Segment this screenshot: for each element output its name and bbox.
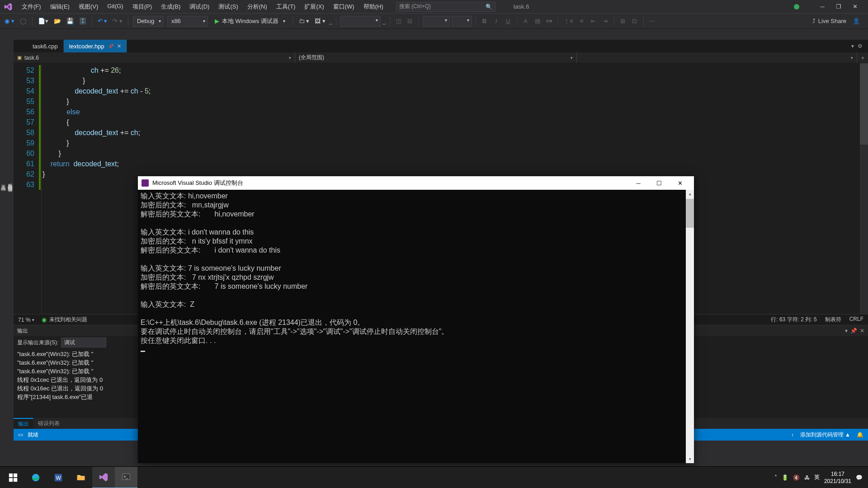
open-button[interactable]: 📂 (52, 16, 63, 26)
tab-task6cpp[interactable]: task6.cpp (27, 40, 64, 52)
underline-button[interactable]: U (503, 16, 513, 26)
taskbar-console[interactable]: >_ (115, 467, 137, 488)
tray-overflow-icon[interactable]: ˄ (774, 474, 777, 481)
scroll-thumb[interactable] (686, 199, 694, 228)
empty-sel2[interactable] (423, 16, 450, 27)
config-select[interactable]: Debug (133, 16, 164, 27)
tray-ime[interactable]: 英 (814, 474, 820, 481)
menu-tools[interactable]: 工具(T) (273, 1, 299, 13)
empty-selector[interactable] (340, 16, 381, 27)
restore-button[interactable]: ❐ (835, 3, 843, 11)
start-button[interactable] (2, 467, 24, 488)
feedback-icon[interactable]: 👤 (853, 18, 860, 24)
tray-clock[interactable]: 16:17 2021/10/31 (824, 470, 851, 485)
platform-select[interactable]: x86 (167, 16, 208, 27)
outdent-button[interactable]: ⇤ (589, 16, 599, 26)
toolbar-btn-b[interactable]: 🖼 ▾ (313, 16, 327, 26)
highlight-button[interactable]: ▤ (533, 16, 542, 26)
menu-view[interactable]: 视图(V) (75, 1, 102, 13)
nav-member[interactable] (577, 52, 857, 63)
italic-button[interactable]: I (491, 16, 501, 26)
undo-button[interactable]: ↶ ▾ (96, 16, 109, 26)
new-project-button[interactable]: 📄▾ (36, 16, 50, 26)
taskbar-explorer[interactable] (70, 467, 92, 488)
console-body[interactable]: 输入英文文本: hi,november 加密后的文本: mn,stajrgjw … (138, 190, 694, 463)
menu-project[interactable]: 项目(P) (129, 1, 156, 13)
split-h-icon[interactable]: ◫ (394, 16, 404, 26)
taskbar-visualstudio[interactable] (92, 467, 115, 488)
menu-test[interactable]: 测试(S) (215, 1, 241, 13)
menu-help[interactable]: 帮助(H) (360, 1, 387, 13)
output-source-select[interactable]: 调试 (61, 338, 106, 347)
nav-add-icon[interactable]: ＋ (857, 52, 868, 63)
editor-scrollbar[interactable] (860, 63, 868, 314)
console-titlebar[interactable]: Microsoft Visual Studio 调试控制台 ─ ☐ ✕ (138, 176, 694, 190)
indent-mode[interactable]: 制表符 (825, 316, 841, 324)
nav-forward-button[interactable]: ◯ (18, 16, 28, 26)
pin-icon[interactable]: 📌 (108, 44, 113, 49)
tray-battery-icon[interactable]: 🔋 (782, 474, 788, 481)
minimize-button[interactable]: ─ (818, 3, 826, 11)
console-maximize-button[interactable]: ☐ (649, 176, 670, 190)
misc1-button[interactable]: ⊞ (618, 16, 628, 26)
misc2-button[interactable]: ⊡ (630, 16, 640, 26)
menu-build[interactable]: 生成(B) (157, 1, 184, 13)
menu-file[interactable]: 文件(F) (18, 1, 45, 13)
menu-edit[interactable]: 编辑(E) (47, 1, 73, 13)
console-scrollbar[interactable]: ▴ ▾ (686, 190, 694, 463)
eol-mode[interactable]: CRLF (849, 316, 863, 324)
taskbar-word[interactable]: W (47, 467, 70, 488)
liveshare-button[interactable]: ⤴ Live Share (810, 17, 849, 25)
nav-left[interactable]: ▣ task.6 (14, 52, 295, 63)
empty-sel3[interactable] (452, 16, 472, 27)
menu-git[interactable]: Git(G) (104, 1, 127, 13)
redo-button[interactable]: ↷ ▾ (111, 16, 124, 26)
misc3-button[interactable]: ⋯ (647, 16, 657, 26)
toolbar-btn-a[interactable]: 🗀 ▾ (297, 16, 311, 26)
nav-back-button[interactable]: ◉ ▾ (3, 16, 16, 26)
console-close-button[interactable]: ✕ (670, 176, 690, 190)
tabbar-overflow-icon[interactable]: ▾ (851, 43, 854, 49)
notifications-icon[interactable]: 🔔 (857, 432, 863, 438)
list-ol-button[interactable]: ⋮≡ (562, 16, 575, 26)
issues-indicator[interactable]: ◉ 未找到相关问题 (42, 316, 87, 324)
scm-add[interactable]: 添加到源代码管理 ▲ (800, 431, 850, 439)
zoom-level[interactable]: 71 % ▾ (18, 317, 34, 323)
output-close-icon[interactable]: ✕ (860, 328, 864, 334)
nav-scope[interactable]: (全局范围) (295, 52, 577, 63)
taskbar-edge[interactable] (24, 467, 47, 488)
indent-button[interactable]: ⇥ (600, 16, 610, 26)
sign-in-status-icon[interactable] (794, 4, 799, 9)
toolbox-tab[interactable]: 工具箱 (0, 43, 7, 320)
close-button[interactable]: ✕ (851, 3, 859, 11)
console-title: Microsoft Visual Studio 调试控制台 (152, 179, 243, 187)
start-debug-button[interactable]: ▶ 本地 Windows 调试器 ▾ (211, 16, 289, 27)
tabbar-settings-icon[interactable]: ⚙ (858, 43, 863, 49)
tray-network-icon[interactable]: 🖧 (804, 474, 810, 481)
output-tab-errors[interactable]: 错误列表 (33, 418, 64, 429)
scroll-down-icon[interactable]: ▾ (686, 455, 694, 463)
tray-notifications-icon[interactable]: 💬 (856, 474, 863, 481)
menu-analyze[interactable]: 分析(N) (244, 1, 271, 13)
list-ul-button[interactable]: ≡ (577, 16, 587, 26)
close-tab-icon[interactable]: ✕ (117, 43, 121, 49)
scroll-up-icon[interactable]: ▴ (686, 190, 694, 198)
search-input[interactable]: 搜索 (Ctrl+Q) 🔍 (396, 2, 495, 12)
bold-button[interactable]: B (480, 16, 490, 26)
split-v-icon[interactable]: ⊟ (405, 16, 415, 26)
align-button[interactable]: ≡▾ (544, 16, 555, 26)
output-tab-output[interactable]: 输出 (14, 418, 33, 429)
server-explorer-tab[interactable]: 服务器资源管理器 (7, 43, 14, 320)
tab-textcoderhpp[interactable]: textcoder.hpp 📌 ✕ (64, 40, 127, 52)
save-button[interactable]: 💾 (65, 16, 75, 26)
console-minimize-button[interactable]: ─ (628, 176, 649, 190)
output-dropdown-icon[interactable]: ▾ (845, 328, 848, 334)
output-pin-icon[interactable]: 📌 (850, 328, 857, 334)
window-controls: ─ ❐ ✕ (794, 3, 865, 11)
menu-debug[interactable]: 调试(D) (186, 1, 213, 13)
menu-extensions[interactable]: 扩展(X) (301, 1, 327, 13)
save-all-button[interactable]: 🗄️ (77, 16, 88, 26)
font-color-button[interactable]: A (521, 16, 531, 26)
menu-window[interactable]: 窗口(W) (330, 1, 358, 13)
tray-volume-icon[interactable]: 🔇 (793, 474, 800, 481)
